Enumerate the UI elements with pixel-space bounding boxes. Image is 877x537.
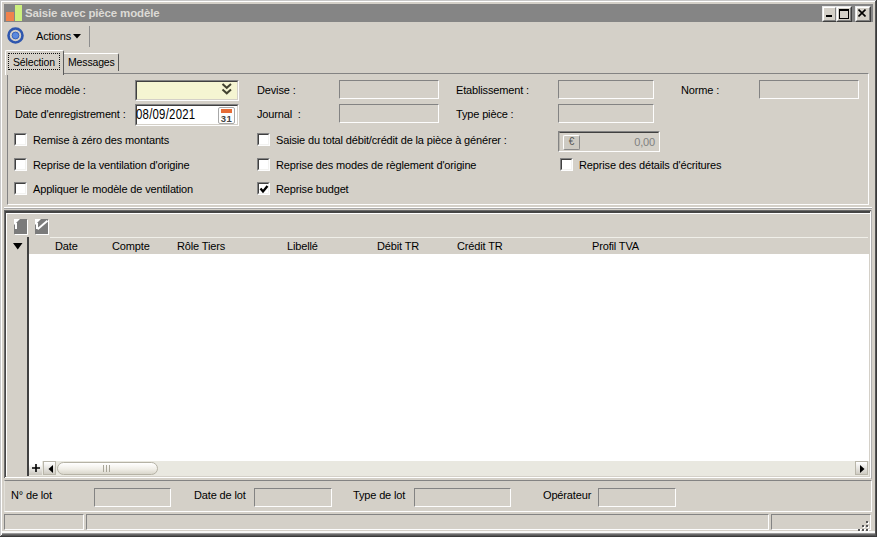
svg-text:31: 31 xyxy=(221,113,233,124)
